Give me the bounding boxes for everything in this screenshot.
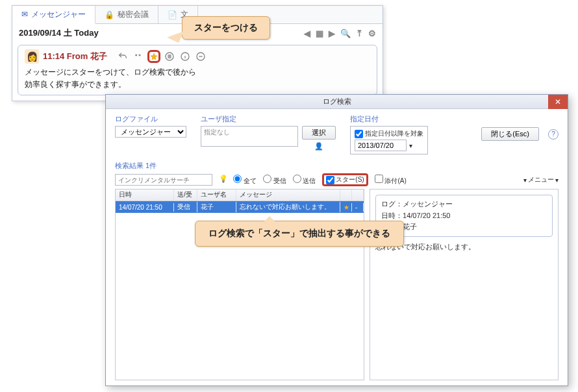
next-icon[interactable]: ▶	[329, 29, 335, 38]
date-text: 2019/09/14 土 Today	[19, 27, 99, 39]
callout-filter: ログ検索で「スター」で抽出する事ができる	[195, 221, 404, 247]
date-label: 指定日付	[350, 114, 428, 124]
col-message[interactable]: メッセージ	[236, 190, 340, 201]
tab-label: 秘密会議	[118, 9, 149, 20]
close-button[interactable]: ✕	[548, 95, 568, 109]
minus-icon[interactable]	[194, 50, 207, 63]
filter-recv[interactable]: 受信	[263, 175, 286, 186]
dialog-title-bar: ログ検索 ✕	[106, 95, 568, 109]
dropdown-icon[interactable]: ▾	[409, 142, 412, 149]
reply-icon[interactable]	[116, 50, 129, 63]
time-from: 11:14 From 花子	[43, 51, 107, 62]
mail-icon: ✉	[21, 10, 28, 19]
table-row[interactable]: 14/07/20 21:50 受信 花子 忘れないで対応お願いします。 ★ -	[116, 201, 364, 213]
filter-star[interactable]: スター(S)	[322, 173, 368, 186]
detail-panel: ログ：メッセンジャー 日時：14/07/20 21:50 受信：花子 忘れないで…	[370, 189, 559, 380]
info-icon[interactable]	[179, 50, 192, 63]
filter-all[interactable]: 全て	[233, 175, 257, 186]
row-star-icon: ★	[340, 203, 352, 212]
col-user[interactable]: ユーザ名	[197, 190, 236, 201]
user-group: ユーザ指定 指定なし 選択 👤	[201, 114, 336, 151]
help-icon[interactable]: ?	[548, 129, 559, 140]
row-dash-icon: -	[352, 203, 364, 212]
gear-icon[interactable]: ⚙	[368, 29, 376, 38]
message-header: 👩 11:14 From 花子	[25, 49, 370, 64]
tab-messenger[interactable]: ✉ メッセンジャー	[12, 6, 95, 24]
date-input[interactable]	[355, 140, 407, 151]
col-sendrecv[interactable]: 送/受	[174, 190, 197, 201]
logfile-select[interactable]: メッセンジャー	[115, 126, 186, 138]
callout-star: スターをつける	[182, 16, 270, 40]
filter-send[interactable]: 送信	[293, 175, 316, 186]
prev-icon[interactable]: ◀	[304, 29, 310, 38]
tab-label: メッセンジャー	[31, 9, 86, 20]
user-label: ユーザ指定	[201, 114, 336, 124]
results-count: 検索結果 1件	[115, 161, 559, 171]
top-icon[interactable]: ⤒	[356, 29, 363, 38]
logfile-label: ログファイル	[115, 114, 186, 124]
close-esc-button[interactable]: 閉じる(Esc)	[481, 127, 539, 141]
avatar: 👩	[25, 49, 39, 64]
select-user-button[interactable]: 選択	[302, 126, 336, 140]
message-text: メッセージにスターをつけて、ログ検索で後から 効率良く探す事ができます。	[25, 66, 370, 91]
message-box: 👩 11:14 From 花子 メッセージにスターをつけて、ログ検索で後から 効…	[18, 45, 377, 95]
doc-icon: 📄	[168, 10, 177, 19]
quote-icon[interactable]	[132, 50, 145, 63]
dialog-title: ログ検索	[323, 97, 351, 106]
date-after-checkbox[interactable]	[355, 130, 363, 138]
bulb-icon[interactable]: 💡	[219, 175, 227, 185]
filter-attach[interactable]: 添付(A)	[375, 175, 407, 186]
results-table: 日時 送/受 ユーザ名 メッセージ 14/07/20 21:50 受信 花子 忘…	[115, 189, 364, 380]
star-icon[interactable]	[147, 50, 160, 63]
date-after-check[interactable]: 指定日付以降を対象	[355, 129, 423, 138]
menu-dropdown[interactable]: ▾ メニュー ▾	[523, 175, 559, 184]
calendar-icon[interactable]: ▦	[316, 29, 323, 38]
date-group: 指定日付 指定日付以降を対象 ▾	[350, 114, 428, 154]
user-icon[interactable]: 👤	[314, 142, 323, 151]
lock-icon: 🔒	[105, 10, 114, 19]
tab-secret[interactable]: 🔒 秘密会議	[95, 6, 158, 23]
col-datetime[interactable]: 日時	[116, 190, 174, 201]
search-icon[interactable]: 🔍	[340, 29, 351, 38]
logfile-group: ログファイル メッセンジャー	[115, 114, 186, 138]
incremental-search-input[interactable]	[115, 174, 212, 186]
user-box[interactable]: 指定なし	[201, 126, 298, 147]
